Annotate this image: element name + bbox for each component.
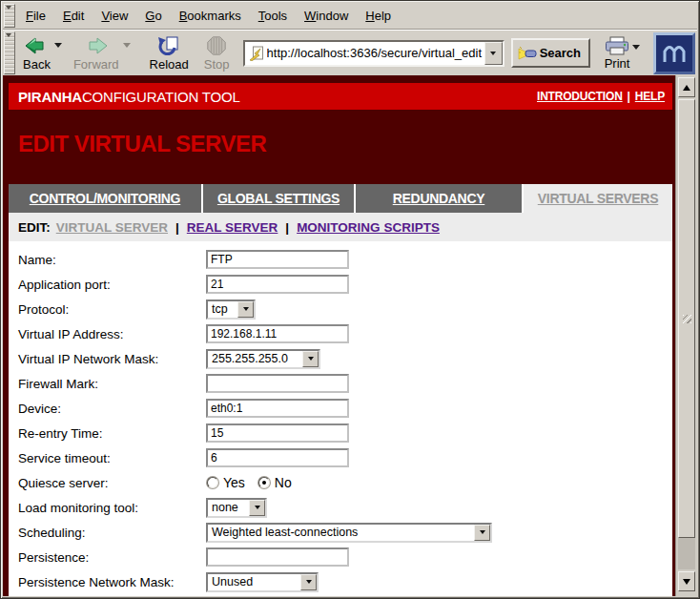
menu-bar: File Edit View Go Bookmarks Tools Window… xyxy=(3,3,697,30)
forward-button[interactable]: Forward xyxy=(68,34,123,72)
back-button[interactable]: Back xyxy=(17,34,54,72)
reload-button[interactable]: Reload xyxy=(144,34,193,72)
device-input[interactable] xyxy=(206,399,349,418)
form-row: Device: xyxy=(18,396,672,421)
dropdown-arrow-icon xyxy=(249,500,265,516)
field-label: Virtual IP Address: xyxy=(18,327,206,341)
reload-button-label: Reload xyxy=(150,57,189,72)
name-input[interactable] xyxy=(206,250,349,269)
protocol-select-value: tcp xyxy=(208,302,237,316)
stop-button[interactable]: Stop xyxy=(198,34,234,72)
stop-button-label: Stop xyxy=(204,57,230,72)
print-button[interactable]: Print xyxy=(598,36,632,71)
form-row: Load monitoring tool: none xyxy=(18,495,672,520)
form-row: Service timeout: xyxy=(18,445,672,470)
navigation-toolbar: Back Forward Reload xyxy=(3,30,697,76)
menu-bookmarks[interactable]: Bookmarks xyxy=(171,5,250,27)
protocol-select[interactable]: tcp xyxy=(206,300,256,320)
field-label: Protocol: xyxy=(18,302,206,317)
dropdown-arrow-icon xyxy=(302,351,319,367)
virtual-ip-netmask-select[interactable]: 255.255.255.0 xyxy=(206,349,320,369)
quiesce-yes-radio[interactable] xyxy=(207,477,218,488)
form-row: Quiesce server: Yes No xyxy=(18,470,672,495)
scrollbar-grip-icon xyxy=(683,315,691,323)
menu-tools[interactable]: Tools xyxy=(250,5,296,27)
persistence-input[interactable] xyxy=(206,547,349,567)
field-label: Re-entry Time: xyxy=(18,426,206,441)
mozilla-logo[interactable] xyxy=(653,32,695,74)
reentry-time-input[interactable] xyxy=(206,423,349,443)
field-label: Persistence: xyxy=(18,550,206,565)
real-server-link[interactable]: REAL SERVER xyxy=(187,220,278,235)
virtual-ip-address-input[interactable] xyxy=(206,324,349,343)
menu-view[interactable]: View xyxy=(93,5,136,27)
search-button-label: Search xyxy=(540,46,581,60)
search-icon xyxy=(518,46,537,61)
menu-window[interactable]: Window xyxy=(296,5,357,27)
tab-global-settings[interactable]: GLOBAL SETTINGS xyxy=(203,184,354,213)
scroll-down-button[interactable] xyxy=(678,571,695,591)
forward-dropdown-icon[interactable] xyxy=(123,43,131,52)
scheduling-select[interactable]: Weighted least-connections xyxy=(206,523,492,543)
dropdown-arrow-icon xyxy=(237,301,254,318)
field-label: Device: xyxy=(18,402,206,416)
quiesce-no-radio[interactable] xyxy=(258,477,270,488)
quiesce-yes-label: Yes xyxy=(223,475,245,490)
menu-edit[interactable]: Edit xyxy=(54,5,93,27)
form-row: Application port: xyxy=(18,272,672,297)
print-icon xyxy=(604,36,630,56)
load-monitoring-select[interactable]: none xyxy=(206,498,267,518)
field-label: Persistence Network Mask: xyxy=(18,575,206,589)
print-dropdown-icon[interactable] xyxy=(632,45,640,53)
arrow-down-icon xyxy=(683,579,690,589)
edit-label: EDIT: xyxy=(18,220,51,235)
url-history-dropdown[interactable] xyxy=(484,42,503,65)
field-label: Firewall Mark: xyxy=(18,377,206,391)
introduction-link[interactable]: INTRODUCTION xyxy=(537,90,623,103)
field-label: Load monitoring tool: xyxy=(18,501,206,515)
forward-button-label: Forward xyxy=(73,57,119,72)
field-label: Quiesce server: xyxy=(18,476,206,490)
virtual-server-form: Name: Application port: Protocol: tcp Vi… xyxy=(9,241,672,596)
virtual-server-current-link: VIRTUAL SERVER xyxy=(56,220,168,235)
menu-help[interactable]: Help xyxy=(357,5,400,27)
tab-virtual-servers[interactable]: VIRTUAL SERVERS xyxy=(524,184,672,213)
url-bar xyxy=(243,40,504,67)
tab-redundancy[interactable]: REDUNDANCY xyxy=(356,184,522,213)
form-row: Protocol: tcp xyxy=(18,297,672,321)
browser-window: File Edit View Go Bookmarks Tools Window… xyxy=(0,0,700,599)
print-button-label: Print xyxy=(605,56,630,71)
scrollbar-track[interactable] xyxy=(678,99,695,569)
monitoring-scripts-link[interactable]: MONITORING SCRIPTS xyxy=(297,220,440,235)
forward-icon xyxy=(84,35,109,56)
service-timeout-input[interactable] xyxy=(206,448,349,467)
help-link[interactable]: HELP xyxy=(635,90,665,103)
menu-file[interactable]: File xyxy=(17,5,54,27)
form-row: Virtual IP Network Mask: 255.255.255.0 xyxy=(18,346,672,371)
edit-subnav: EDIT: VIRTUAL SERVER | REAL SERVER | MON… xyxy=(9,213,672,241)
load-monitoring-select-value: none xyxy=(208,501,249,514)
toolbar-grippy[interactable] xyxy=(4,4,15,28)
brand-name: PIRANHA xyxy=(18,89,82,105)
form-row: Persistence: xyxy=(18,545,672,569)
persistence-netmask-select[interactable]: Unused xyxy=(206,572,319,592)
form-row: Name: xyxy=(18,247,672,272)
firewall-mark-input[interactable] xyxy=(206,374,349,393)
field-label: Service timeout: xyxy=(18,451,206,465)
back-icon xyxy=(24,35,49,56)
scrollbar-thumb[interactable] xyxy=(678,99,695,538)
form-row: Firewall Mark: xyxy=(18,371,672,396)
application-port-input[interactable] xyxy=(206,275,349,294)
menu-go[interactable]: Go xyxy=(136,5,170,27)
back-button-label: Back xyxy=(23,57,51,72)
tab-control-monitoring[interactable]: CONTROL/MONITORING xyxy=(9,184,201,213)
scroll-up-button[interactable] xyxy=(678,77,695,97)
quiesce-no-label: No xyxy=(275,475,292,490)
search-button[interactable]: Search xyxy=(511,38,590,68)
scheduling-select-value: Weighted least-connections xyxy=(208,526,474,539)
dropdown-arrow-icon xyxy=(474,525,490,541)
url-input[interactable] xyxy=(267,45,484,62)
toolbar-grippy[interactable] xyxy=(4,31,15,74)
page-proxy-icon[interactable] xyxy=(249,46,264,61)
back-dropdown-icon[interactable] xyxy=(54,43,62,52)
